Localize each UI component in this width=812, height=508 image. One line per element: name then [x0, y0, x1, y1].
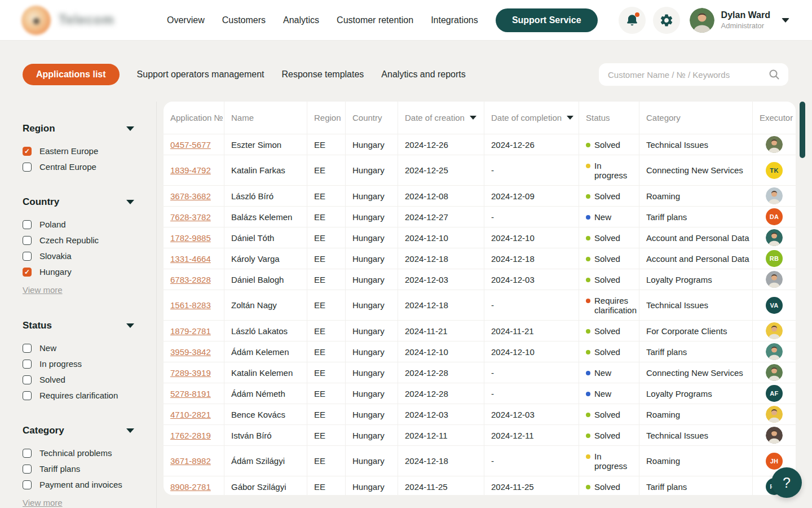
tab-response-templates[interactable]: Response templates: [282, 69, 364, 80]
application-link[interactable]: 6783-2828: [170, 275, 211, 284]
application-link[interactable]: 3959-3842: [170, 347, 211, 357]
table-row: 3671-8982Ádám SzilágyiEEHungary2024-12-1…: [164, 446, 796, 476]
tab-support-operators-management[interactable]: Support operators management: [137, 69, 264, 80]
application-link[interactable]: 4710-2821: [170, 410, 211, 419]
application-link[interactable]: 1782-9885: [170, 233, 211, 243]
table-row: 7289-3919Katalin KelemenEEHungary2024-12…: [164, 362, 796, 383]
status-dot: [586, 143, 590, 147]
filter-group-header-category[interactable]: Category: [23, 425, 134, 436]
checkbox-label[interactable]: Payment and invoices: [39, 480, 122, 489]
application-link[interactable]: 8908-2781: [170, 482, 211, 492]
checkbox-label[interactable]: Technical problems: [39, 448, 112, 458]
cell-date-of-creation: 2024-12-18: [398, 446, 484, 476]
application-link[interactable]: 1879-2781: [170, 326, 211, 336]
checkbox-checked[interactable]: ✓: [23, 147, 32, 156]
cell-country: Hungary: [346, 134, 398, 155]
nav-item-customers[interactable]: Customers: [222, 15, 266, 25]
checkbox-unchecked[interactable]: [23, 360, 32, 369]
user-menu[interactable]: Dylan Ward Administrator: [690, 8, 789, 33]
checkbox-unchecked[interactable]: [23, 252, 32, 261]
checkbox-unchecked[interactable]: [23, 465, 32, 474]
application-link[interactable]: 1561-8283: [170, 300, 211, 310]
application-link[interactable]: 1839-4792: [170, 165, 211, 175]
status-dot: [586, 236, 590, 240]
checkbox-unchecked[interactable]: [23, 391, 32, 400]
column-label: Date of creation: [405, 113, 465, 122]
help-button[interactable]: ?: [771, 467, 802, 498]
checkbox-unchecked[interactable]: [23, 220, 32, 229]
checkbox-unchecked[interactable]: [23, 480, 32, 489]
checkbox-label[interactable]: Hungary: [39, 267, 72, 277]
checkbox-label[interactable]: Solved: [39, 375, 65, 384]
checkbox-label[interactable]: Eastern Europe: [39, 146, 98, 156]
cell-region: EE: [307, 248, 346, 269]
checkbox-label[interactable]: In progress: [39, 359, 82, 369]
notifications-button[interactable]: [619, 7, 646, 34]
cell-category: Roaming: [639, 446, 753, 476]
column-header-completed[interactable]: Date of completion: [484, 102, 579, 134]
table-row: 1879-2781László LakatosEEHungary2024-11-…: [164, 321, 796, 341]
cell-date-of-creation: 2024-11-25: [398, 476, 484, 495]
checkbox-label[interactable]: Tariff plans: [39, 464, 80, 474]
checkbox-label[interactable]: Central Europe: [39, 162, 96, 172]
application-link[interactable]: 7628-3782: [170, 212, 211, 222]
filter-group-header-status[interactable]: Status: [23, 320, 134, 331]
view-more-link[interactable]: View more: [23, 285, 63, 295]
cell-date-of-completion: -: [484, 446, 579, 476]
column-label: Status: [586, 113, 610, 122]
checkbox-unchecked[interactable]: [23, 163, 32, 172]
cell-country: Hungary: [346, 269, 398, 290]
nav-item-customer-retention[interactable]: Customer retention: [337, 15, 413, 25]
application-link[interactable]: 1331-4664: [170, 254, 211, 264]
search-icon[interactable]: [768, 68, 780, 81]
cell-date-of-completion: -: [484, 155, 579, 186]
cell-region: EE: [307, 290, 346, 321]
executor-avatar: [766, 364, 783, 381]
checkbox-label[interactable]: New: [39, 343, 56, 353]
nav-item-integrations[interactable]: Integrations: [431, 15, 478, 25]
table-row: 8908-2781Gábor SzilágyiEEHungary2024-11-…: [164, 476, 796, 495]
cell-status: New: [579, 383, 639, 404]
application-link[interactable]: 0457-5677: [170, 140, 211, 150]
user-role: Administrator: [721, 21, 770, 30]
filter-option-requires-clarification: Requires clarification: [23, 391, 134, 400]
cell-executor: [753, 269, 796, 290]
nav-item-overview[interactable]: Overview: [167, 15, 205, 25]
checkbox-unchecked[interactable]: [23, 375, 32, 384]
search-input[interactable]: [608, 70, 768, 80]
filter-option-eastern-europe: ✓Eastern Europe: [23, 146, 134, 156]
tab-analytics-and-reports[interactable]: Analytics and reports: [381, 69, 465, 80]
status-dot: [586, 164, 590, 168]
filter-group-header-region[interactable]: Region: [23, 123, 134, 134]
checkbox-label[interactable]: Czech Republic: [39, 235, 99, 245]
cell-category: Tariff plans: [639, 476, 753, 495]
cell-date-of-creation: 2024-12-28: [398, 383, 484, 404]
cell-region: EE: [307, 383, 346, 404]
sort-descending-icon[interactable]: [470, 116, 476, 120]
application-link[interactable]: 3678-3682: [170, 191, 211, 201]
settings-button[interactable]: [653, 7, 680, 34]
checkbox-label[interactable]: Poland: [39, 220, 66, 229]
filter-option-payment-and-invoices: Payment and invoices: [23, 480, 134, 489]
checkbox-label[interactable]: Slovakia: [39, 251, 72, 261]
column-header-created[interactable]: Date of creation: [398, 102, 484, 134]
view-more-link[interactable]: View more: [23, 498, 63, 507]
checkbox-unchecked[interactable]: [23, 236, 32, 245]
application-link[interactable]: 7289-3919: [170, 368, 211, 378]
checkbox-unchecked[interactable]: [23, 449, 32, 458]
nav-item-analytics[interactable]: Analytics: [283, 15, 319, 25]
application-link[interactable]: 1762-2819: [170, 431, 211, 440]
application-link[interactable]: 3671-8982: [170, 456, 211, 466]
cell-country: Hungary: [346, 362, 398, 383]
filter-group-header-country[interactable]: Country: [23, 196, 134, 208]
checkbox-label[interactable]: Requires clarification: [39, 391, 118, 400]
scrollbar-thumb[interactable]: [800, 102, 805, 158]
cell-date-of-completion: 2024-11-21: [484, 321, 579, 341]
checkbox-unchecked[interactable]: [23, 344, 32, 353]
status-label: Solved: [594, 254, 620, 264]
checkbox-checked[interactable]: ✓: [23, 268, 32, 277]
support-service-button[interactable]: Support Service: [496, 8, 598, 32]
sort-descending-icon[interactable]: [567, 116, 573, 120]
tab-applications-list[interactable]: Applications list: [23, 64, 120, 85]
application-link[interactable]: 5278-8191: [170, 389, 211, 398]
